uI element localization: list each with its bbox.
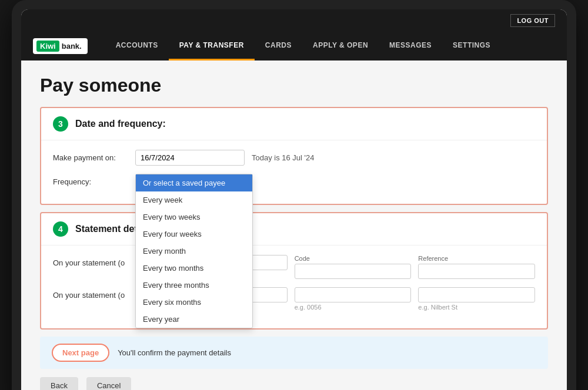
- stmt-row1: On your statement (o Code Reference: [53, 255, 535, 279]
- main-nav: ACCOUNTS PAY & TRANSFER CARDS APPLY & OP…: [105, 32, 501, 60]
- nav-bar: Kiwi bank. ACCOUNTS PAY & TRANSFER CARDS…: [21, 32, 567, 60]
- dropdown-item-6[interactable]: Every three months: [136, 277, 252, 294]
- step3-body: Make payment on: Today is 16 Jul '24 Fre…: [41, 140, 547, 204]
- logo-box: Kiwi bank.: [33, 38, 88, 55]
- nav-cards[interactable]: CARDS: [255, 32, 302, 60]
- logo-kiwi-text: Kiwi: [36, 41, 59, 52]
- cancel-button[interactable]: Cancel: [86, 377, 131, 390]
- dropdown-item-3[interactable]: Every four weeks: [136, 226, 252, 243]
- frequency-row: Frequency: Or select a saved payee Every…: [53, 174, 535, 186]
- ref-placeholder: e.g. Nilbert St: [418, 304, 535, 311]
- page-content: Pay someone 3 Date and frequency: Make p…: [21, 60, 567, 390]
- code-label: Code: [295, 255, 412, 262]
- dropdown-item-1[interactable]: Every week: [136, 191, 252, 209]
- stmt-ref-group: Reference: [418, 255, 535, 279]
- frequency-label: Frequency:: [53, 174, 135, 186]
- logo: Kiwi bank.: [33, 33, 88, 59]
- frequency-dropdown-menu: Or select a saved payee Every week Every…: [135, 174, 253, 328]
- logo-bank-text: bank.: [59, 41, 84, 52]
- reference-label: Reference: [418, 255, 535, 262]
- step3-section: 3 Date and frequency: Make payment on: T…: [40, 107, 548, 205]
- page-title: Pay someone: [40, 75, 548, 96]
- logout-button[interactable]: LOG OUT: [510, 14, 555, 27]
- nav-apply-open[interactable]: APPLY & OPEN: [302, 32, 379, 60]
- dropdown-item-0[interactable]: Or select a saved payee: [136, 174, 252, 191]
- tablet-frame: LOG OUT Kiwi bank. ACCOUNTS PAY & TRANSF…: [12, 0, 576, 390]
- tablet-screen: LOG OUT Kiwi bank. ACCOUNTS PAY & TRANSF…: [21, 9, 567, 390]
- bottom-actions: Back Cancel: [40, 377, 548, 390]
- dropdown-item-5[interactable]: Every two months: [136, 260, 252, 277]
- next-page-text: You'll confirm the payment details: [118, 348, 231, 357]
- nav-pay-transfer[interactable]: PAY & TRANSFER: [169, 32, 255, 60]
- back-button[interactable]: Back: [40, 377, 78, 390]
- make-payment-label: Make payment on:: [53, 150, 135, 162]
- dropdown-item-4[interactable]: Every month: [136, 243, 252, 260]
- step4-section: 4 Statement details On your statement (o…: [40, 212, 548, 330]
- dropdown-item-8[interactable]: Every year: [136, 311, 252, 328]
- nav-messages[interactable]: MESSAGES: [379, 32, 442, 60]
- top-bar: LOG OUT: [21, 9, 567, 32]
- step3-header: 3 Date and frequency:: [41, 108, 547, 140]
- dropdown-item-2[interactable]: Every two weeks: [136, 209, 252, 226]
- step4-header: 4 Statement details: [41, 213, 547, 246]
- nav-accounts[interactable]: ACCOUNTS: [105, 32, 169, 60]
- date-input[interactable]: [135, 150, 245, 166]
- stmt-code2-input[interactable]: [295, 287, 412, 302]
- step3-title: Date and frequency:: [75, 119, 166, 129]
- next-page-button[interactable]: Next page: [52, 344, 109, 362]
- date-hint: Today is 16 Jul '24: [252, 150, 315, 162]
- stmt-ref-input[interactable]: [418, 264, 535, 279]
- step4-badge: 4: [53, 221, 68, 237]
- stmt-code-group: Code: [295, 255, 412, 279]
- stmt-code-input[interactable]: [295, 264, 412, 279]
- dropdown-item-7[interactable]: Every six months: [136, 294, 252, 311]
- step4-body: On your statement (o Code Reference: [41, 246, 547, 328]
- next-page-bar: Next page You'll confirm the payment det…: [40, 337, 548, 369]
- step3-badge: 3: [53, 116, 68, 132]
- nav-settings[interactable]: SETTINGS: [442, 32, 501, 60]
- code-placeholder: e.g. 0056: [295, 304, 412, 311]
- stmt-code2-group: e.g. 0056: [295, 287, 412, 311]
- stmt-ref2-input[interactable]: [418, 287, 535, 302]
- stmt-ref2-group: e.g. Nilbert St: [418, 287, 535, 311]
- make-payment-row: Make payment on: Today is 16 Jul '24: [53, 150, 535, 166]
- stmt-row2: On your statement (o e.g. Kent e.g. 0056: [53, 287, 535, 311]
